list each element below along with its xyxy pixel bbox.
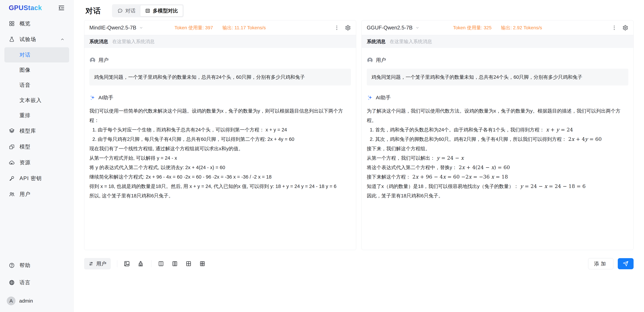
help-icon	[9, 262, 15, 268]
user-avatar-icon	[89, 57, 96, 64]
layout-3col-icon[interactable]	[172, 260, 178, 267]
sidebar-item-chat[interactable]: 对话	[4, 47, 69, 62]
layout-grid6-icon[interactable]	[199, 260, 206, 267]
token-stats: Token 使用量: 397 输出: 11.17 Tokens/s	[174, 24, 266, 31]
send-icon	[623, 261, 629, 267]
sidebar-item-model-catalog[interactable]: 模型库	[4, 123, 69, 139]
page-title: 对话	[86, 6, 101, 16]
model-panels: MindIE-Qwen2.5-7B Token 使用量: 397 输出: 11.…	[84, 20, 634, 250]
ai-response-line: 继续简化和解这个方程式: 2x + 96 - 4x = 60 -2x = 60 …	[89, 172, 351, 182]
chat-bubble-icon	[118, 8, 123, 14]
add-model-button[interactable]: 添加	[588, 258, 614, 269]
sidebar-item-language[interactable]: 语言	[4, 274, 69, 291]
layout-grid4-icon[interactable]	[186, 260, 192, 267]
ai-response-line: 得到 x = 18, 也就是鸡的数量是18只。然后, 用 x + y = 24,…	[89, 182, 351, 191]
message-tools	[124, 260, 151, 267]
image-icon[interactable]	[124, 260, 130, 267]
flask-icon	[9, 36, 15, 42]
model-selector[interactable]: GGUF-Qwen2.5-7B	[367, 25, 453, 31]
ai-response-line: 我们可以使用一些简单的代数来解决这个问题。设鸡的数量为x，兔子的数量为y，则可以…	[89, 106, 351, 125]
sidebar-item-users[interactable]: 用户	[4, 186, 69, 202]
sidebar-item-overview[interactable]: 概览	[4, 16, 69, 32]
sidebar-item-models[interactable]: 模型	[4, 139, 69, 155]
collapse-sidebar-icon[interactable]	[58, 4, 65, 12]
ai-response-line: 接下来，我们解这个方程组。	[367, 144, 628, 153]
sidebar-item-image[interactable]: 图像	[4, 62, 69, 78]
ai-response-line: 2. 其次，鸡和兔子的脚数总和为60只。鸡有2只脚，兔子有4只脚，所以我们可以得…	[367, 134, 628, 144]
tab-compare[interactable]: 多模型对比	[140, 5, 183, 16]
sidebar-footer-nav: 帮助 语言	[0, 255, 74, 292]
ai-role-label: AI助手	[98, 94, 113, 101]
ai-response: 我们可以使用一些简单的代数来解决这个问题。设鸡的数量为x，兔子的数量为y，则可以…	[89, 106, 351, 200]
grid-icon	[9, 20, 15, 26]
logo-row: GPUStack	[0, 0, 74, 14]
ai-response-line: 从第一个方程式开始, 可以解得 y = 24 - x	[89, 153, 351, 163]
view-tabs: 对话 多模型对比	[112, 4, 184, 17]
math-expression: 2x + 4(24 − x) = 60	[459, 164, 510, 170]
layout-2col-icon[interactable]	[158, 260, 164, 267]
sidebar-item-resources[interactable]: 资源	[4, 155, 69, 170]
user-menu[interactable]: A admin	[0, 292, 74, 312]
kebab-menu-icon[interactable]	[334, 25, 340, 31]
bottom-toolbar: 用户 添加	[84, 258, 634, 270]
sidebar-item-embedding[interactable]: 文本嵌入	[4, 93, 69, 108]
sidebar-item-api-keys[interactable]: API 密钥	[4, 170, 69, 186]
ai-response-line: 将这个表达式代入第二个方程中，替换y：2x + 4(24 − x) = 60	[367, 163, 628, 172]
topbar: 对话 对话 多模型对比	[84, 4, 634, 18]
role-toggle-label: 用户	[96, 260, 106, 267]
ai-response-line: 接下来解这个方程：2x + 96 − 4x = 60 −2x = −36 x =…	[367, 172, 628, 182]
toolbar-divider	[151, 260, 152, 267]
ai-response-line: 因此，笼子里有18只鸡和6只兔子。	[367, 191, 628, 200]
toolbar-divider	[117, 260, 117, 267]
output-rate: 输出: 11.17 Tokens/s	[222, 24, 266, 31]
sparkles-icon	[89, 94, 96, 101]
math-expression: x + y = 24	[546, 127, 573, 132]
user-role-row: 用户	[367, 57, 628, 64]
chevron-down-icon	[139, 26, 143, 30]
gear-icon[interactable]	[345, 25, 351, 31]
math-expression: 2x + 4y = 60	[568, 136, 602, 142]
ai-response-line: 1. 首先，鸡和兔子的头数总和为24个。由于鸡和兔子各有1个头，我们得到方程：x…	[367, 125, 628, 134]
boxes-icon	[9, 144, 15, 150]
compare-icon	[145, 8, 150, 14]
conversation: 用户 鸡兔同笼问题，一个笼子里鸡和兔子的数量未知，总共有24个头，60只脚，分别…	[84, 48, 356, 250]
avatar: A	[7, 296, 16, 305]
model-selector[interactable]: MindIE-Qwen2.5-7B	[89, 25, 174, 31]
system-message-input[interactable]	[112, 39, 351, 44]
ai-response-line: 所以, 这个笼子里有18只鸡和6只兔子。	[89, 191, 351, 200]
kebab-menu-icon[interactable]	[611, 25, 617, 31]
sidebar-nav: 概览 试验场 对话 图像 语音 文本嵌入 重排 模型库 模型 资源	[0, 14, 74, 202]
send-button[interactable]	[618, 258, 634, 269]
user-role-label: 用户	[376, 57, 386, 64]
layers-icon	[9, 128, 15, 134]
system-message-input[interactable]	[390, 39, 628, 44]
sidebar-item-help[interactable]: 帮助	[4, 257, 69, 274]
cloud-icon	[9, 160, 15, 166]
token-usage: Token 使用量: 397	[174, 24, 213, 31]
sort-arrows-icon	[88, 261, 94, 266]
system-message-label: 系统消息	[367, 38, 386, 45]
sidebar-item-playground[interactable]: 试验场	[4, 32, 69, 47]
username: admin	[19, 298, 33, 304]
sidebar: GPUStack 概览 试验场 对话 图像 语音 文本嵌入 重排 模型库 模	[0, 0, 74, 312]
ai-role-row: AI助手	[89, 94, 351, 101]
ai-response-line: 为了解决这个问题，我们可以使用代数方法。设鸡的数量为x，兔子的数量为y。根据题目…	[367, 106, 628, 125]
chevron-down-icon	[415, 26, 420, 30]
globe-icon	[9, 280, 15, 286]
panel-header: MindIE-Qwen2.5-7B Token 使用量: 397 输出: 11.…	[84, 20, 356, 35]
chevron-up-icon	[60, 37, 65, 42]
tab-chat[interactable]: 对话	[113, 5, 140, 16]
user-message: 鸡兔同笼问题，一个笼子里鸡和兔子的数量未知，总共有24个头，60只脚，分别有多少…	[367, 69, 628, 86]
gear-icon[interactable]	[622, 25, 628, 31]
math-expression: y = 24 − x = 24 − 18 = 6	[520, 183, 586, 189]
sidebar-item-rerank[interactable]: 重排	[4, 108, 69, 123]
ai-response-line: 现在我们有了一个线性方程组, 通过解这个方程组就可以求出x和y的值。	[89, 144, 351, 153]
ai-response-line: 2. 由于每只鸡有2只脚，每只兔子有4只脚，总共有60只脚，可以得到第二个方程:…	[89, 134, 351, 144]
role-toggle[interactable]: 用户	[84, 258, 111, 270]
user-avatar-icon	[367, 57, 373, 64]
panel-actions	[542, 25, 628, 31]
system-message-row: 系统消息	[84, 35, 356, 48]
sidebar-item-audio[interactable]: 语音	[4, 78, 69, 93]
clear-icon[interactable]	[138, 260, 144, 267]
user-role-label: 用户	[98, 57, 108, 64]
